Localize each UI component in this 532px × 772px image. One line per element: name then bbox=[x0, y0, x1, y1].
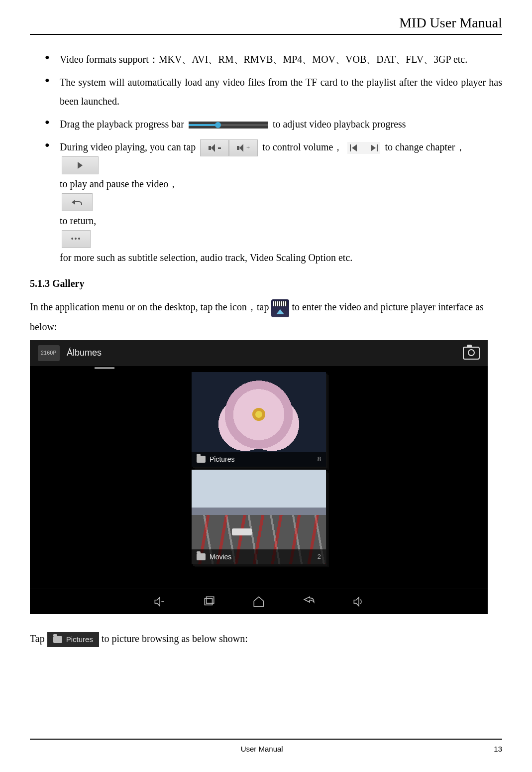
gallery-intro: In the application menu or on the deskto… bbox=[30, 297, 502, 336]
progress-bar-icon bbox=[189, 122, 268, 129]
bullet-list: Video formats support：MKV、AVI、RM、RMVB、MP… bbox=[30, 50, 502, 267]
text-controls-6: for more such as subtitle selection, aud… bbox=[60, 252, 352, 263]
recent-apps-icon[interactable] bbox=[202, 594, 216, 609]
app-logo-icon: 2160P bbox=[38, 345, 60, 361]
text-progress-post: to adjust video playback progress bbox=[273, 119, 406, 129]
text-controls-1: During video playing, you can tap bbox=[60, 141, 196, 152]
return-icon bbox=[62, 193, 93, 211]
gallery-app-icon bbox=[271, 299, 289, 317]
android-navbar bbox=[30, 589, 488, 614]
album-movies-label: Movies bbox=[210, 553, 231, 561]
album-movies[interactable]: Movies 2 bbox=[192, 470, 326, 564]
folder-icon bbox=[197, 553, 206, 560]
section-heading-gallery: 5.1.3 Gallery bbox=[30, 278, 502, 289]
svg-rect-1 bbox=[205, 598, 212, 605]
page-footer: User Manual 13 bbox=[30, 734, 502, 753]
text-controls-5: to return, bbox=[60, 215, 96, 226]
text-controls-3: to change chapter， bbox=[385, 141, 465, 152]
volume-down-icon[interactable] bbox=[152, 594, 167, 609]
header-title: MID User Manual bbox=[30, 15, 502, 31]
folder-icon bbox=[197, 456, 206, 463]
back-icon[interactable] bbox=[301, 594, 316, 609]
tap-post: to picture browsing as below shown: bbox=[102, 633, 248, 644]
play-pause-icon bbox=[62, 156, 99, 174]
header-rule bbox=[30, 34, 502, 35]
gallery-screenshot: 2160P Álbumes Pictures 8 Movies bbox=[30, 340, 488, 614]
bullet-controls: During video playing, you can tap + to c… bbox=[30, 137, 502, 267]
footer-center-text: User Manual bbox=[30, 745, 494, 753]
gallery-intro-pre: In the application menu or on the deskto… bbox=[30, 301, 271, 312]
text-progress-pre: Drag the playback progress bar bbox=[60, 119, 187, 129]
pictures-button-label: Pictures bbox=[66, 633, 93, 647]
text-controls-4: to play and pause the video， bbox=[60, 178, 178, 189]
album-pictures-label: Pictures bbox=[210, 455, 235, 463]
page-number: 13 bbox=[494, 745, 502, 753]
chapter-control-icon bbox=[347, 142, 380, 154]
tap-pictures-line: Tap Pictures to picture browsing as belo… bbox=[30, 629, 502, 648]
album-movies-count: 2 bbox=[318, 553, 321, 560]
album-pictures[interactable]: Pictures 8 bbox=[192, 372, 326, 467]
svg-rect-2 bbox=[207, 597, 214, 603]
bullet-video-formats: Video formats support：MKV、AVI、RM、RMVB、MP… bbox=[30, 50, 502, 69]
pictures-button-icon: Pictures bbox=[47, 632, 99, 647]
volume-control-icon: + bbox=[200, 139, 258, 156]
screenshot-title: Álbumes bbox=[67, 348, 463, 358]
volume-up-icon[interactable] bbox=[351, 594, 366, 609]
camera-icon[interactable] bbox=[463, 347, 480, 360]
bullet-progress-bar: Drag the playback progress bar to adjust… bbox=[30, 115, 502, 133]
bullet-auto-load: The system will automatically load any v… bbox=[30, 73, 502, 111]
screenshot-topbar: 2160P Álbumes bbox=[30, 340, 488, 366]
scroll-indicator bbox=[95, 367, 114, 369]
text-controls-2: to control volume， bbox=[262, 141, 343, 152]
tap-pre: Tap bbox=[30, 633, 47, 644]
home-icon[interactable] bbox=[251, 594, 266, 609]
album-pictures-count: 8 bbox=[318, 455, 321, 463]
more-options-icon: ••• bbox=[62, 230, 91, 248]
